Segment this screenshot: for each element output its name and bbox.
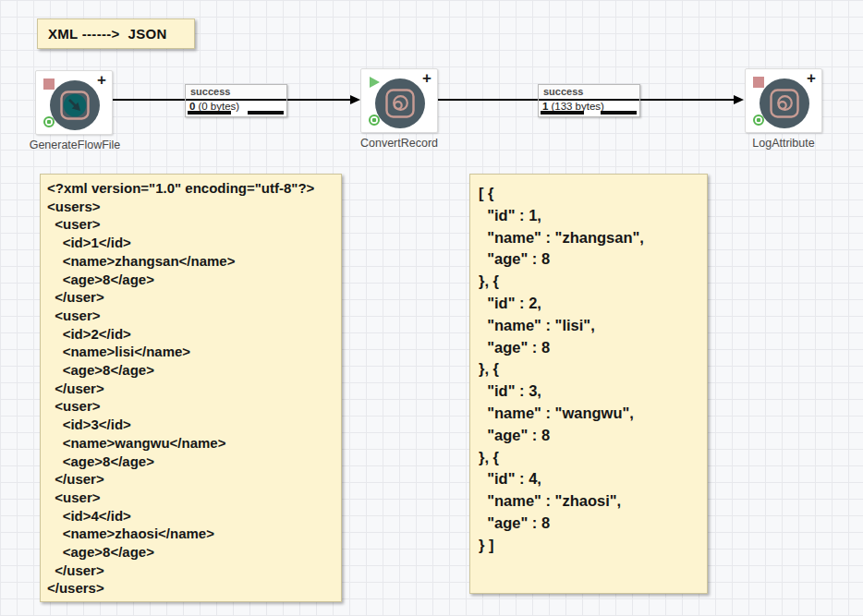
status-dot-icon [43, 116, 55, 127]
title-label-note[interactable]: XML ------> JSON [37, 18, 195, 49]
processor-convertrecord[interactable]: + [360, 68, 438, 133]
queue-fill-bar [541, 111, 584, 115]
stopped-state-icon [753, 77, 764, 88]
xml-content-text: <?xml version="1.0" encoding="utf-8"?> <… [41, 175, 341, 598]
processor-generateflowfile[interactable]: + [35, 70, 113, 135]
processor-name-generateflowfile: GenerateFlowFile [0, 139, 153, 151]
generate-flowfile-icon [60, 91, 90, 120]
processor-name-logattribute: LogAttribute [705, 137, 862, 150]
plus-badge-icon: + [97, 72, 106, 88]
processor-logattribute[interactable]: + [745, 68, 822, 133]
queue-fill-bar [248, 111, 284, 115]
log-attribute-icon [770, 89, 799, 118]
flow-canvas[interactable]: XML ------> JSON success 0(0 bytes) succ… [0, 0, 863, 616]
queue-fill-bar [188, 111, 231, 115]
stopped-state-icon [43, 79, 55, 90]
processor-icon-circle [375, 79, 425, 128]
plus-badge-icon: + [807, 70, 816, 86]
connection-label-success-2[interactable]: success 1(133 bytes) [538, 84, 640, 117]
arrowhead-icon [734, 95, 744, 104]
running-state-icon [370, 77, 380, 88]
relationship-name: success [539, 85, 639, 101]
json-content-text: [ { "id" : 1, "name" : "zhangsan", "age"… [470, 175, 707, 557]
status-dot-icon [753, 115, 764, 126]
convert-record-icon [385, 89, 415, 118]
xml-content-note[interactable]: <?xml version="1.0" encoding="utf-8"?> <… [40, 174, 342, 602]
json-content-note[interactable]: [ { "id" : 1, "name" : "zhangsan", "age"… [469, 174, 708, 594]
arrowhead-icon [350, 95, 360, 104]
processor-icon-circle [50, 80, 100, 130]
processor-icon-circle [760, 79, 809, 128]
plus-badge-icon: + [422, 70, 432, 86]
relationship-name: success [186, 85, 286, 101]
processor-name-convertrecord: ConvertRecord [321, 137, 478, 150]
queue-fill-bar [601, 111, 637, 115]
connection-label-success-1[interactable]: success 0(0 bytes) [185, 84, 287, 117]
status-dot-icon [369, 115, 380, 126]
